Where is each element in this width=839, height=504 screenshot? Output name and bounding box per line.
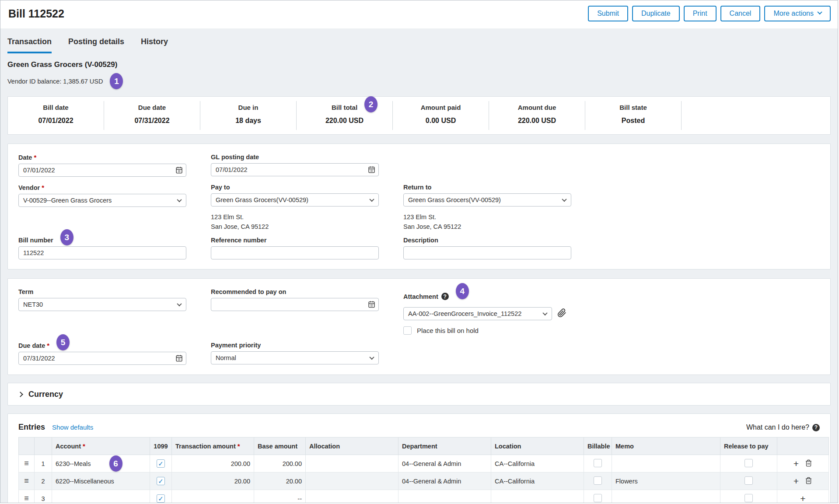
allocation-cell[interactable] xyxy=(306,455,399,472)
transaction-amount-cell[interactable]: 20.00 xyxy=(172,472,254,490)
add-row-icon[interactable] xyxy=(794,458,799,469)
calendar-icon[interactable] xyxy=(175,354,183,364)
summary-label: Amount paid xyxy=(421,104,461,111)
account-cell[interactable] xyxy=(52,490,150,504)
memo-cell[interactable]: Flowers xyxy=(612,472,720,490)
department-cell[interactable] xyxy=(399,490,491,504)
location-cell[interactable] xyxy=(491,490,584,504)
bill-number-input[interactable] xyxy=(18,246,186,259)
term-select[interactable]: NET30 xyxy=(18,298,186,311)
page-title: Bill 112522 xyxy=(8,7,64,20)
summary-value: 220.00 USD xyxy=(489,117,585,125)
calendar-icon[interactable] xyxy=(368,166,375,175)
allocation-cell[interactable] xyxy=(306,490,399,504)
currency-section-title: Currency xyxy=(28,390,63,399)
attachment-select-value: AA-002--GreenGrocers_Invoice_112522 xyxy=(408,310,521,317)
attachment-field-group: Attachment 4 AA-002--GreenGrocers_Invoic… xyxy=(403,288,571,335)
print-button[interactable]: Print xyxy=(684,6,717,21)
summary-label: Bill total 2 xyxy=(332,104,357,111)
summary-value: Posted xyxy=(585,117,681,125)
description-input[interactable] xyxy=(403,246,571,259)
location-cell[interactable]: CA--California xyxy=(491,455,584,472)
account-cell[interactable]: 6230--Meals 6 xyxy=(52,455,150,472)
help-icon[interactable] xyxy=(812,424,820,431)
billable-cell xyxy=(584,472,612,490)
billable-checkbox[interactable] xyxy=(594,476,602,485)
entries-card: Entries Show defaults What can I do here… xyxy=(7,413,831,503)
gl-posting-date-field-group: GL posting date xyxy=(211,154,379,177)
release-to-pay-checkbox[interactable] xyxy=(745,494,753,502)
transaction-amount-cell[interactable] xyxy=(172,490,254,504)
memo-cell[interactable] xyxy=(612,490,720,504)
col-transaction-amount-label: Transaction amount xyxy=(175,443,236,450)
chevron-down-icon xyxy=(369,197,374,202)
attachment-select[interactable]: AA-002--GreenGrocers_Invoice_112522 xyxy=(403,307,552,320)
tab-posting-details[interactable]: Posting details xyxy=(68,37,124,53)
gl-posting-date-input[interactable] xyxy=(211,163,379,176)
show-defaults-link[interactable]: Show defaults xyxy=(52,424,93,431)
term-label: Term xyxy=(18,288,186,295)
return-to-label: Return to xyxy=(403,184,571,191)
submit-button[interactable]: Submit xyxy=(588,6,628,21)
drag-handle-icon[interactable] xyxy=(22,459,31,468)
calendar-icon[interactable] xyxy=(368,301,375,310)
release-to-pay-checkbox[interactable] xyxy=(745,459,753,467)
tab-bar: Transaction Posting details History xyxy=(7,28,831,53)
date-field-group: Date* xyxy=(18,154,186,177)
summary-due-date: Due date 07/31/2022 xyxy=(104,101,200,130)
delete-row-icon[interactable] xyxy=(805,479,812,486)
summary-label: Bill state xyxy=(619,104,647,111)
help-icon[interactable] xyxy=(441,293,449,300)
entry-row-2: 2 6220--Miscellaneous 20.00 20.00 04--Ge… xyxy=(19,472,829,490)
chevron-down-icon xyxy=(562,197,566,202)
bill-page: Bill 112522 Submit Duplicate Print Cance… xyxy=(0,0,838,503)
billable-checkbox[interactable] xyxy=(594,459,602,467)
description-label: Description xyxy=(403,237,571,244)
billable-checkbox[interactable] xyxy=(594,494,602,502)
ten99-checkbox[interactable] xyxy=(157,459,165,468)
return-to-select[interactable]: Green Grass Grocers(VV-00529) xyxy=(403,193,571,206)
ten99-checkbox[interactable] xyxy=(157,494,165,503)
release-to-pay-checkbox[interactable] xyxy=(745,476,753,485)
vendor-select[interactable]: V-00529--Green Grass Grocers xyxy=(18,194,186,207)
summary-label: Due date xyxy=(138,104,166,111)
recommended-pay-input[interactable] xyxy=(211,298,379,311)
date-input[interactable] xyxy=(18,164,186,177)
vendor-balance: Vendor ID balance: 1,385.67 USD 1 xyxy=(7,73,831,89)
ten99-checkbox[interactable] xyxy=(157,477,165,485)
add-row-icon[interactable] xyxy=(800,494,805,504)
transaction-amount-cell[interactable]: 200.00 xyxy=(172,455,254,472)
reference-number-input[interactable] xyxy=(211,246,379,259)
location-cell[interactable]: CA--California xyxy=(491,472,584,490)
drag-handle-icon[interactable] xyxy=(22,476,31,486)
more-actions-button[interactable]: More actions xyxy=(764,6,831,21)
hold-checkbox[interactable] xyxy=(403,326,412,335)
chevron-right-icon xyxy=(17,392,23,397)
delete-row-icon[interactable] xyxy=(805,461,812,468)
currency-section[interactable]: Currency xyxy=(7,383,831,406)
tab-history[interactable]: History xyxy=(141,37,168,53)
due-date-label-text: Due date xyxy=(18,342,45,349)
tab-transaction[interactable]: Transaction xyxy=(7,37,52,53)
payment-priority-select[interactable]: Normal xyxy=(211,351,379,364)
required-asterisk: * xyxy=(83,442,85,450)
calendar-icon[interactable] xyxy=(175,166,183,175)
account-cell[interactable]: 6220--Miscellaneous xyxy=(52,472,150,490)
cancel-button[interactable]: Cancel xyxy=(720,6,761,21)
top-bar: Bill 112522 Submit Duplicate Print Cance… xyxy=(0,0,838,28)
add-row-icon[interactable] xyxy=(794,476,799,486)
due-date-input[interactable] xyxy=(18,352,186,365)
pay-to-select[interactable]: Green Grass Grocers(VV-00529) xyxy=(211,193,379,206)
gl-posting-date-label: GL posting date xyxy=(211,154,379,161)
drag-handle-icon[interactable] xyxy=(22,494,31,503)
memo-cell[interactable] xyxy=(612,455,720,472)
content-area: Transaction Posting details History Gree… xyxy=(0,28,838,503)
paperclip-icon[interactable] xyxy=(557,308,566,319)
department-cell[interactable]: 04--General & Admin xyxy=(399,472,491,490)
department-cell[interactable]: 04--General & Admin xyxy=(399,455,491,472)
duplicate-button[interactable]: Duplicate xyxy=(632,6,680,21)
required-asterisk: * xyxy=(42,184,44,191)
annotation-badge-6: 6 xyxy=(109,455,122,472)
allocation-cell[interactable] xyxy=(306,472,399,490)
required-asterisk: * xyxy=(238,442,240,450)
